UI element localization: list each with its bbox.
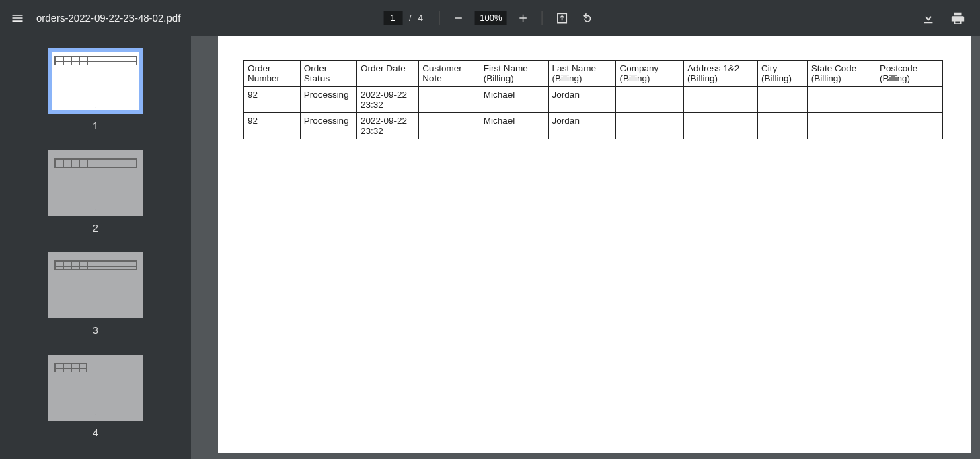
table-cell [807, 87, 876, 113]
table-cell: Jordan [548, 87, 616, 113]
thumbnail-3[interactable]: . [48, 252, 143, 318]
page-total: 4 [418, 13, 423, 23]
fit-page-icon [556, 11, 569, 25]
table-header-cell: Address 1&2 (Billing) [683, 61, 757, 87]
table-header-cell: Order Status [300, 61, 356, 87]
table-cell: 2022-09-22 23:32 [356, 113, 418, 139]
table-cell: 92 [244, 87, 301, 113]
table-cell [419, 87, 480, 113]
minus-icon [453, 12, 465, 24]
plus-icon [517, 12, 529, 24]
table-cell [758, 87, 808, 113]
zoom-in-button[interactable] [514, 9, 533, 28]
table-row: 92Processing2022-09-22 23:32MichaelJorda… [244, 113, 943, 139]
table-cell [807, 113, 876, 139]
thumbnail-item[interactable]: . 3 [48, 252, 143, 336]
table-cell: 92 [244, 113, 301, 139]
table-cell: Processing [300, 113, 356, 139]
thumbnail-label: 4 [93, 427, 98, 438]
thumbnail-4[interactable]: . [48, 355, 143, 421]
table-header-cell: Order Date [356, 61, 418, 87]
table-cell [683, 113, 757, 139]
pdf-toolbar: orders-2022-09-22-23-48-02.pdf / 4 [0, 0, 980, 36]
table-cell [616, 113, 683, 139]
thumbnail-sidebar[interactable]: . 1 . 2 . 3 . 4 [0, 36, 191, 459]
thumbnail-item[interactable]: . 1 [48, 48, 143, 131]
divider [439, 11, 440, 25]
table-header-cell: Company (Billing) [616, 61, 683, 87]
table-header-row: Order NumberOrder StatusOrder DateCustom… [244, 61, 943, 87]
table-cell [419, 113, 480, 139]
table-cell: 2022-09-22 23:32 [356, 87, 418, 113]
divider [542, 11, 543, 25]
hamburger-icon [11, 11, 24, 25]
zoom-input[interactable] [475, 11, 507, 25]
thumbnail-item[interactable]: . 4 [48, 355, 143, 438]
table-cell [683, 87, 757, 113]
table-header-cell: Postcode (Billing) [876, 61, 942, 87]
page-area[interactable]: Order NumberOrder StatusOrder DateCustom… [191, 36, 980, 459]
download-button[interactable] [918, 8, 938, 28]
table-cell: Processing [300, 87, 356, 113]
thumbnail-1[interactable]: . [48, 48, 143, 114]
print-button[interactable] [948, 8, 968, 28]
thumbnail-label: 3 [93, 325, 98, 336]
table-header-cell: City (Billing) [758, 61, 808, 87]
table-header-cell: State Code (Billing) [807, 61, 876, 87]
table-cell [616, 87, 683, 113]
table-cell [758, 113, 808, 139]
table-cell [876, 87, 942, 113]
table-cell [876, 113, 942, 139]
menu-button[interactable] [5, 6, 30, 30]
thumbnail-label: 1 [93, 120, 98, 131]
orders-table: Order NumberOrder StatusOrder DateCustom… [243, 60, 943, 139]
main-area: . 1 . 2 . 3 . 4 Order NumberOrder Status… [0, 36, 980, 459]
table-row: 92Processing2022-09-22 23:32MichaelJorda… [244, 87, 943, 113]
table-header-cell: Order Number [244, 61, 301, 87]
toolbar-left: orders-2022-09-22-23-48-02.pdf [0, 6, 180, 30]
fit-page-button[interactable] [552, 8, 572, 28]
toolbar-center: / 4 [383, 8, 597, 28]
pdf-page: Order NumberOrder StatusOrder DateCustom… [218, 36, 971, 453]
table-cell: Michael [480, 87, 548, 113]
rotate-button[interactable] [576, 8, 597, 28]
page-number-input[interactable] [383, 11, 402, 25]
thumbnail-label: 2 [93, 223, 98, 234]
toolbar-right [918, 8, 980, 28]
table-cell: Jordan [548, 113, 616, 139]
zoom-out-button[interactable] [449, 9, 468, 28]
table-header-cell: Customer Note [419, 61, 480, 87]
filename: orders-2022-09-22-23-48-02.pdf [36, 12, 180, 24]
rotate-icon [580, 11, 593, 25]
print-icon [950, 11, 965, 26]
table-header-cell: Last Name (Billing) [548, 61, 616, 87]
table-header-cell: First Name (Billing) [480, 61, 548, 87]
page-separator: / [409, 13, 412, 23]
download-icon [921, 11, 936, 26]
table-cell: Michael [480, 113, 548, 139]
thumbnail-2[interactable]: . [48, 150, 143, 216]
thumbnail-item[interactable]: . 2 [48, 150, 143, 234]
